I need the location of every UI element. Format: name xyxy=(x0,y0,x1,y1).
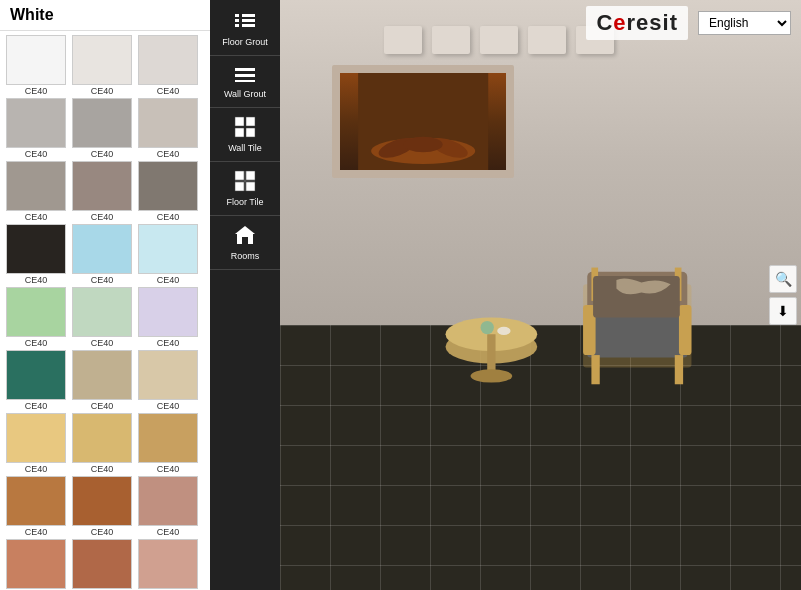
tile-item-15[interactable]: CE40 xyxy=(4,350,68,411)
shelf-box-2 xyxy=(432,26,470,54)
tile-item-19[interactable]: CE40 xyxy=(70,413,134,474)
shelf-box-1 xyxy=(384,26,422,54)
tile-color-19 xyxy=(72,413,132,463)
tile-item-8[interactable]: CE40 xyxy=(136,161,200,222)
tile-color-13 xyxy=(72,287,132,337)
tile-color-22 xyxy=(72,476,132,526)
tile-color-16 xyxy=(72,350,132,400)
tile-item-21[interactable]: CE40 xyxy=(4,476,68,537)
tile-color-0 xyxy=(6,35,66,85)
furniture-area xyxy=(358,177,775,425)
tile-item-26[interactable]: CE40 xyxy=(136,539,200,590)
tile-label-19: CE40 xyxy=(91,464,114,474)
tile-label-11: CE40 xyxy=(157,275,180,285)
tile-item-3[interactable]: CE40 xyxy=(4,98,68,159)
toolbar-item-floor-tile[interactable]: Floor Tile xyxy=(210,162,280,216)
tile-label-12: CE40 xyxy=(25,338,48,348)
svg-rect-8 xyxy=(246,117,255,126)
svg-rect-35 xyxy=(679,305,692,355)
svg-rect-0 xyxy=(235,14,255,17)
left-panel: White CE40 CE40 CE40 CE40 CE40 CE40 CE40… xyxy=(0,0,210,590)
tile-item-9[interactable]: CE40 xyxy=(4,224,68,285)
tile-color-18 xyxy=(6,413,66,463)
language-select[interactable]: EnglishDeutschFrançaisEspañolPolski xyxy=(698,11,791,35)
tile-item-20[interactable]: CE40 xyxy=(136,413,200,474)
tile-color-23 xyxy=(138,476,198,526)
tile-item-23[interactable]: CE40 xyxy=(136,476,200,537)
svg-marker-17 xyxy=(235,226,255,234)
svg-rect-3 xyxy=(239,14,242,27)
svg-rect-1 xyxy=(235,19,255,22)
tile-color-21 xyxy=(6,476,66,526)
tile-color-26 xyxy=(138,539,198,589)
toolbar-item-rooms[interactable]: Rooms xyxy=(210,216,280,270)
tile-item-10[interactable]: CE40 xyxy=(70,224,134,285)
tile-item-11[interactable]: CE40 xyxy=(136,224,200,285)
tile-item-0[interactable]: CE40 xyxy=(4,35,68,96)
tile-color-9 xyxy=(6,224,66,274)
tile-item-14[interactable]: CE40 xyxy=(136,287,200,348)
tile-item-12[interactable]: CE40 xyxy=(4,287,68,348)
floor-grout-icon xyxy=(233,12,257,32)
toolbar-label-floor-grout: Floor Grout xyxy=(222,37,268,47)
tile-item-4[interactable]: CE40 xyxy=(70,98,134,159)
svg-rect-2 xyxy=(235,24,255,27)
zoom-in-button[interactable]: 🔍 xyxy=(769,265,797,293)
rooms-icon xyxy=(233,224,257,246)
svg-rect-7 xyxy=(235,117,244,126)
svg-rect-37 xyxy=(675,355,683,384)
svg-point-28 xyxy=(471,369,513,382)
svg-rect-5 xyxy=(235,74,255,77)
top-bar: Ceresit EnglishDeutschFrançaisEspañolPol… xyxy=(576,0,801,46)
tile-item-5[interactable]: CE40 xyxy=(136,98,200,159)
toolbar-icon-floor-tile xyxy=(234,170,256,195)
svg-rect-33 xyxy=(587,316,687,358)
svg-point-29 xyxy=(481,321,494,334)
tile-item-1[interactable]: CE40 xyxy=(70,35,134,96)
tile-label-0: CE40 xyxy=(25,86,48,96)
panel-title: White xyxy=(0,0,210,31)
svg-rect-19 xyxy=(242,237,248,244)
tile-item-25[interactable]: CE40 xyxy=(70,539,134,590)
tile-item-13[interactable]: CE40 xyxy=(70,287,134,348)
tile-color-7 xyxy=(72,161,132,211)
tile-item-6[interactable]: CE40 xyxy=(4,161,68,222)
tile-item-22[interactable]: CE40 xyxy=(70,476,134,537)
svg-rect-4 xyxy=(235,68,255,71)
toolbar-item-floor-grout[interactable]: Floor Grout xyxy=(210,4,280,56)
toolbar-label-wall-tile: Wall Tile xyxy=(228,143,262,153)
tile-label-14: CE40 xyxy=(157,338,180,348)
toolbar-item-wall-tile[interactable]: Wall Tile xyxy=(210,108,280,162)
svg-point-24 xyxy=(404,137,443,153)
svg-rect-9 xyxy=(235,128,244,137)
svg-rect-13 xyxy=(235,182,244,191)
toolbar-item-wall-grout[interactable]: Wall Grout xyxy=(210,56,280,108)
tile-grid: CE40 CE40 CE40 CE40 CE40 CE40 CE40 CE40 … xyxy=(0,31,210,590)
toolbar-label-wall-grout: Wall Grout xyxy=(224,89,266,99)
tile-item-17[interactable]: CE40 xyxy=(136,350,200,411)
side-toolbar: Floor Grout Wall Grout Wall Tile Floor T… xyxy=(210,0,280,590)
tile-label-17: CE40 xyxy=(157,401,180,411)
svg-rect-14 xyxy=(246,182,255,191)
svg-rect-11 xyxy=(235,171,244,180)
tile-item-2[interactable]: CE40 xyxy=(136,35,200,96)
download-button[interactable]: ⬇ xyxy=(769,297,797,325)
tile-label-22: CE40 xyxy=(91,527,114,537)
zoom-in-icon: 🔍 xyxy=(775,271,792,287)
toolbar-icon-floor-grout xyxy=(233,12,257,35)
download-icon: ⬇ xyxy=(777,303,789,319)
tile-item-24[interactable]: CE40 xyxy=(4,539,68,590)
tile-grid-wrapper[interactable]: CE40 CE40 CE40 CE40 CE40 CE40 CE40 CE40 … xyxy=(0,31,210,590)
tile-label-10: CE40 xyxy=(91,275,114,285)
tile-label-16: CE40 xyxy=(91,401,114,411)
tile-label-20: CE40 xyxy=(157,464,180,474)
tile-label-8: CE40 xyxy=(157,212,180,222)
tile-label-1: CE40 xyxy=(91,86,114,96)
tile-item-18[interactable]: CE40 xyxy=(4,413,68,474)
toolbar-icon-wall-grout xyxy=(233,64,257,87)
floor-tile-icon xyxy=(234,170,256,192)
wall-grout-icon xyxy=(233,64,257,84)
tile-item-16[interactable]: CE40 xyxy=(70,350,134,411)
tile-item-7[interactable]: CE40 xyxy=(70,161,134,222)
wall-tile-icon xyxy=(234,116,256,138)
